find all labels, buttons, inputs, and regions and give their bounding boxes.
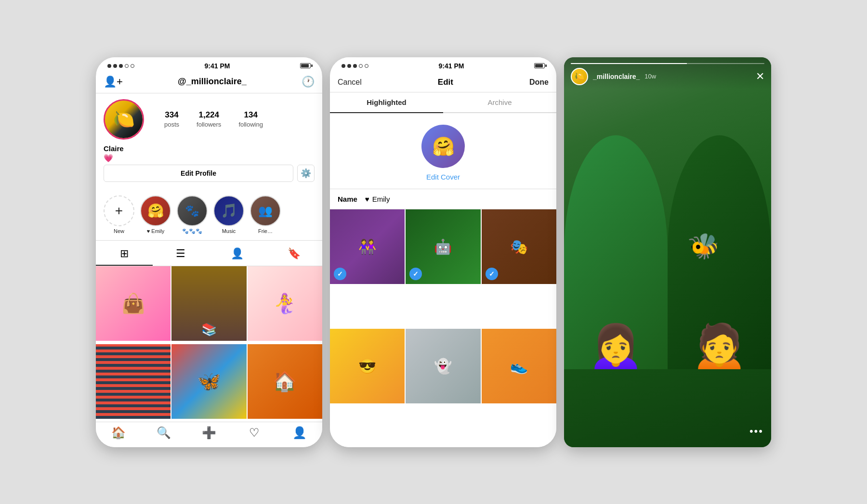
new-story-label: New	[114, 228, 124, 234]
grid-cell-3[interactable]: 🧜‍♀️	[248, 266, 322, 341]
edit-cell-5[interactable]: 👻	[406, 329, 480, 403]
music-story-label: Music	[222, 228, 236, 234]
story-pets[interactable]: 🐾 🐾🐾🐾	[177, 195, 208, 234]
edit-profile-button[interactable]: Edit Profile	[104, 165, 293, 182]
select-check-2[interactable]: ✓	[409, 268, 422, 280]
dot-1	[107, 64, 111, 68]
signal-dots-2	[342, 64, 368, 68]
story-more-button[interactable]: •••	[749, 425, 763, 438]
profile-phone: 9:41 PM 👤+ @_millionclaire_ 🕐	[96, 57, 322, 447]
edit-cell-2[interactable]: 🤖 ✓	[406, 209, 480, 284]
grid-photo-4	[96, 344, 171, 419]
header-icons: 🕐	[302, 76, 315, 88]
nav-home[interactable]: 🏠	[96, 426, 141, 439]
followers-label: followers	[197, 121, 221, 128]
friends-story-label: Frie…	[258, 228, 273, 234]
tagged-tab[interactable]: 👤	[209, 243, 266, 266]
name-heart: ♥	[365, 195, 369, 203]
profile-top-row: 🍋 334 posts 1,224 followers 1	[104, 99, 315, 140]
nav-search[interactable]: 🔍	[141, 426, 186, 439]
battery-icon-2	[534, 63, 545, 68]
done-button[interactable]: Done	[529, 78, 549, 87]
story-time: 10w	[644, 73, 656, 80]
friends-story-circle[interactable]: 👥	[250, 195, 281, 226]
tab-highlighted[interactable]: Highlighted	[330, 92, 443, 113]
nav-profile[interactable]: 👤	[277, 426, 322, 439]
cancel-button[interactable]: Cancel	[338, 78, 362, 87]
dot-2-2	[347, 64, 351, 68]
tab-archive[interactable]: Archive	[443, 92, 556, 113]
music-story-circle[interactable]: 🎵	[213, 195, 244, 226]
nav-add[interactable]: ➕	[186, 426, 232, 439]
grid-cell-1[interactable]: 👜	[96, 266, 171, 341]
grid-view-tab[interactable]: ⊞	[96, 243, 153, 266]
stat-following[interactable]: 134 following	[230, 110, 272, 129]
dot-5	[131, 64, 134, 68]
edit-photo-4: 😎	[330, 329, 405, 403]
story-content: 🙍‍♀️ 🙍 🐝	[564, 57, 771, 447]
close-story-button[interactable]: ✕	[756, 70, 764, 83]
grid-photo-6: 🏠	[248, 344, 322, 419]
profile-name: Claire	[104, 144, 315, 153]
status-time-2: 9:41 PM	[439, 62, 464, 70]
story-phone: 🙍‍♀️ 🙍 🐝	[564, 57, 771, 447]
select-check-3[interactable]: ✓	[486, 268, 498, 280]
new-story-circle[interactable]: +	[104, 195, 134, 226]
grid-cell-4[interactable]	[96, 344, 171, 419]
following-count: 134	[238, 110, 263, 120]
edit-cell-4[interactable]: 😎	[330, 329, 405, 403]
name-text: Emily	[372, 195, 390, 203]
cover-circle[interactable]: 🤗	[421, 125, 465, 168]
list-view-tab[interactable]: ☰	[153, 243, 210, 266]
emily-story-circle[interactable]: 🤗	[140, 195, 171, 226]
edit-cell-1[interactable]: 👭 ✓	[330, 209, 405, 284]
name-value[interactable]: ♥ Emily	[365, 195, 390, 203]
dot-2-1	[342, 64, 345, 68]
story-username[interactable]: _millionclaire_	[593, 73, 640, 80]
posts-count: 334	[164, 110, 179, 120]
story-avatar[interactable]: 🍋	[571, 68, 588, 85]
story-emily[interactable]: 🤗 ♥ Emily	[140, 195, 171, 234]
add-person-icon[interactable]: 👤+	[104, 76, 123, 88]
status-bar-2: 9:41 PM	[330, 57, 556, 73]
dot-2-3	[353, 64, 357, 68]
story-friends[interactable]: 👥 Frie…	[250, 195, 281, 234]
profile-bio-emoji: 💗	[104, 154, 315, 163]
settings-button[interactable]: ⚙️	[297, 165, 315, 182]
grid-photo-2: 📚	[171, 266, 246, 341]
dot-2-5	[365, 64, 368, 68]
avatar-inner: 🍋	[105, 101, 143, 138]
profile-avatar[interactable]: 🍋	[104, 99, 144, 140]
edit-cover-button[interactable]: Edit Cover	[426, 173, 460, 181]
story-new[interactable]: + New	[104, 195, 134, 234]
edit-cell-6[interactable]: 👟	[482, 329, 556, 403]
edit-photo-grid: 👭 ✓ 🤖 ✓ 🎭 ✓	[330, 209, 556, 447]
stories-row: + New 🤗 ♥ Emily 🐾 🐾🐾🐾	[96, 190, 322, 241]
grid-cell-5[interactable]: 🦋	[171, 344, 246, 419]
profile-stats: 334 posts 1,224 followers 134 following	[156, 110, 272, 129]
stat-followers[interactable]: 1,224 followers	[188, 110, 230, 129]
edit-cell-3[interactable]: 🎭 ✓	[482, 209, 556, 284]
select-check-1[interactable]: ✓	[334, 268, 346, 280]
profile-info: 🍋 334 posts 1,224 followers 1	[96, 93, 322, 190]
pets-story-circle[interactable]: 🐾	[177, 195, 208, 226]
nav-heart[interactable]: ♡	[232, 426, 277, 439]
story-music[interactable]: 🎵 Music	[213, 195, 244, 234]
grid-cell-2[interactable]: 📚	[171, 266, 246, 341]
content-tab-bar: ⊞ ☰ 👤 🔖	[96, 243, 322, 266]
grid-photo-1: 👜	[96, 266, 171, 341]
story-progress-fill	[571, 63, 687, 64]
edit-cover-section: 🤗 Edit Cover	[330, 113, 556, 189]
history-icon[interactable]: 🕐	[302, 76, 315, 88]
grid-cell-6[interactable]: 🏠	[248, 344, 322, 419]
edit-header: Cancel Edit Done	[330, 73, 556, 92]
story-progress-bar	[571, 63, 764, 64]
saved-tab[interactable]: 🔖	[266, 243, 323, 266]
dot-2-4	[359, 64, 363, 68]
story-screen: 🙍‍♀️ 🙍 🐝	[564, 57, 771, 447]
edit-name-row: Name ♥ Emily	[330, 189, 556, 209]
profile-actions: Edit Profile ⚙️	[104, 165, 315, 186]
followers-count: 1,224	[197, 110, 221, 120]
emily-story-label: ♥ Emily	[147, 228, 164, 234]
profile-screen: 9:41 PM 👤+ @_millionclaire_ 🕐	[96, 57, 322, 447]
